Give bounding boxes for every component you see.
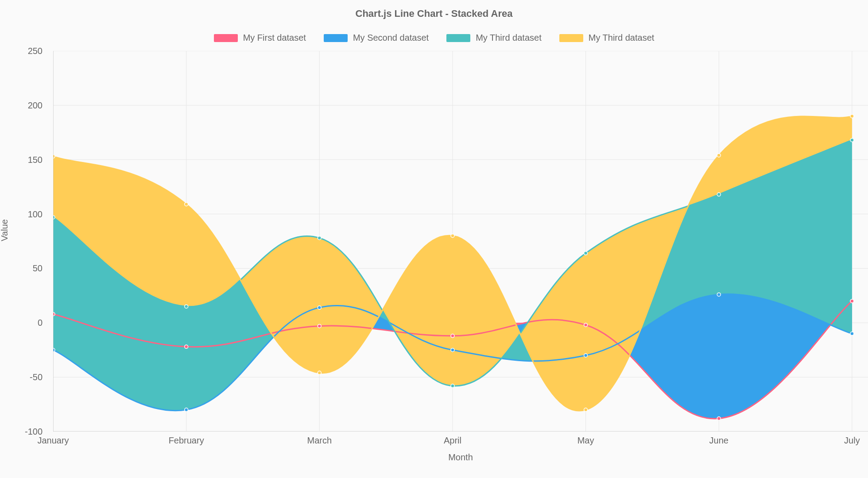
point-marker xyxy=(53,312,55,316)
legend-swatch xyxy=(214,34,238,42)
point-marker xyxy=(584,408,588,412)
y-tick-label: 0 xyxy=(38,318,43,328)
point-marker xyxy=(850,332,854,335)
x-tick-label: June xyxy=(709,436,728,446)
legend-swatch xyxy=(446,34,470,42)
plot-area xyxy=(53,51,868,432)
y-tick-label: 250 xyxy=(28,46,43,56)
x-axis-ticks: JanuaryFebruaryMarchAprilMayJuneJuly xyxy=(53,436,868,449)
point-marker xyxy=(318,371,321,374)
x-tick-label: January xyxy=(37,436,69,446)
stacked-area-chart: Chart.js Line Chart - Stacked Area My Fi… xyxy=(0,0,868,478)
point-marker xyxy=(717,417,721,420)
x-tick-label: February xyxy=(169,436,204,446)
legend-swatch xyxy=(324,34,348,42)
chart-title: Chart.js Line Chart - Stacked Area xyxy=(0,8,868,19)
y-tick-label: 50 xyxy=(33,263,43,274)
point-marker xyxy=(850,114,854,118)
y-axis-ticks: -100-50050100150200250 xyxy=(0,51,49,432)
legend-item-0[interactable]: My First dataset xyxy=(214,33,306,43)
point-marker xyxy=(451,348,454,352)
point-marker xyxy=(53,154,55,158)
legend-item-3[interactable]: My Third dataset xyxy=(559,33,655,43)
point-marker xyxy=(185,408,188,412)
y-axis-label: Value xyxy=(0,219,10,241)
legend-swatch xyxy=(559,34,583,42)
point-marker xyxy=(584,251,588,255)
legend-label: My Third dataset xyxy=(476,33,542,43)
point-marker xyxy=(318,324,321,328)
point-marker xyxy=(185,305,188,308)
point-marker xyxy=(53,216,55,219)
y-tick-label: 100 xyxy=(28,209,43,219)
point-marker xyxy=(584,323,588,327)
point-marker xyxy=(318,236,321,240)
y-tick-label: -50 xyxy=(30,372,43,382)
legend-label: My Third dataset xyxy=(589,33,655,43)
point-marker xyxy=(185,202,188,206)
point-marker xyxy=(850,299,854,303)
x-axis-label: Month xyxy=(53,452,868,463)
point-marker xyxy=(717,293,721,296)
legend-item-1[interactable]: My Second dataset xyxy=(324,33,429,43)
chart-legend: My First datasetMy Second datasetMy Thir… xyxy=(0,33,868,43)
y-tick-label: 150 xyxy=(28,154,43,165)
point-marker xyxy=(850,138,854,142)
legend-label: My Second dataset xyxy=(353,33,429,43)
point-marker xyxy=(318,306,321,309)
point-marker xyxy=(53,348,55,352)
point-marker xyxy=(451,334,454,338)
x-tick-label: April xyxy=(444,436,461,446)
x-tick-label: July xyxy=(844,436,860,446)
point-marker xyxy=(717,193,721,196)
y-tick-label: 200 xyxy=(28,100,43,110)
point-marker xyxy=(185,345,188,348)
x-tick-label: May xyxy=(577,436,594,446)
point-marker xyxy=(451,384,454,388)
x-tick-label: March xyxy=(307,436,332,446)
legend-label: My First dataset xyxy=(243,33,306,43)
legend-item-2[interactable]: My Third dataset xyxy=(446,33,542,43)
point-marker xyxy=(717,154,721,157)
point-marker xyxy=(451,234,454,238)
point-marker xyxy=(584,354,588,357)
